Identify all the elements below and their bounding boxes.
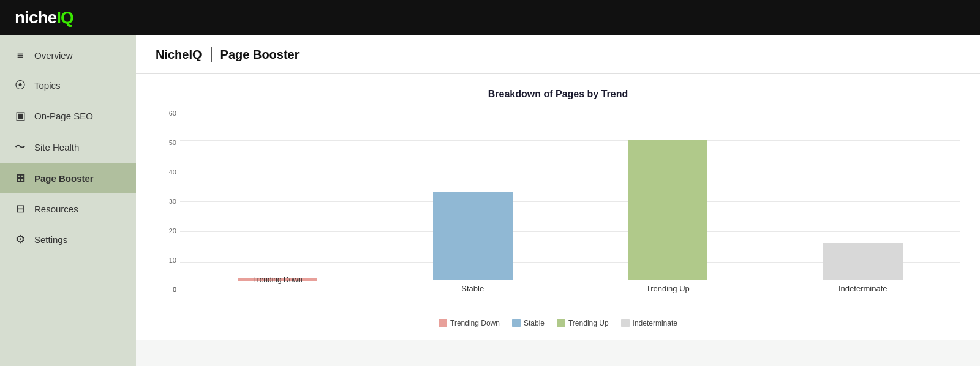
layout: ≡Overview⦿Topics▣On-Page SEO〜Site Health… xyxy=(0,35,980,366)
bar-inside-label-trending-down: Trending Down xyxy=(253,275,303,284)
sidebar-item-resources[interactable]: ⊟Resources xyxy=(0,193,136,224)
y-label: 50 xyxy=(169,139,176,146)
sidebar-item-on-page-seo[interactable]: ▣On-Page SEO xyxy=(0,100,136,131)
bar-indeterminate xyxy=(823,243,903,280)
y-label: 60 xyxy=(169,110,176,117)
page-header-title: Page Booster xyxy=(221,48,300,62)
page-header-brand: NicheIQ xyxy=(156,48,202,62)
sidebar-item-settings[interactable]: ⚙Settings xyxy=(0,224,136,255)
bar-group-trending-down: Trending Down xyxy=(180,110,375,293)
legend-item-stable: Stable xyxy=(512,319,545,327)
legend-color-swatch xyxy=(621,319,630,327)
sidebar-label-page-booster: Page Booster xyxy=(34,173,94,184)
y-label: 20 xyxy=(169,227,176,234)
legend-label: Trending Down xyxy=(450,319,500,327)
logo-text-white: niche xyxy=(15,8,56,28)
sidebar-label-resources: Resources xyxy=(34,204,78,214)
sidebar-label-site-health: Site Health xyxy=(34,142,79,152)
legend-label: Stable xyxy=(524,319,545,327)
bar-trending-down: Trending Down xyxy=(238,278,317,281)
settings-icon: ⚙ xyxy=(13,233,27,246)
bar-stable xyxy=(433,192,513,280)
bar-label-trending-up: Trending Up xyxy=(646,284,690,293)
legend-item-indeterminate: Indeterminate xyxy=(621,319,677,327)
legend-item-trending-up: Trending Up xyxy=(557,319,609,327)
bar-group-stable: Stable xyxy=(375,110,571,293)
y-label: 10 xyxy=(169,256,176,264)
chart-title: Breakdown of Pages by Trend xyxy=(156,89,960,100)
logo-text-green: IQ xyxy=(56,8,74,28)
sidebar-label-on-page-seo: On-Page SEO xyxy=(34,111,93,121)
sidebar: ≡Overview⦿Topics▣On-Page SEO〜Site Health… xyxy=(0,35,136,366)
chart-container: Breakdown of Pages by Trend 010203040506… xyxy=(136,74,980,340)
sidebar-item-overview[interactable]: ≡Overview xyxy=(0,40,136,70)
chart-legend: Trending DownStableTrending UpIndetermin… xyxy=(156,319,960,327)
bars-area: Trending DownStableTrending UpIndetermin… xyxy=(180,110,960,293)
main-content: NicheIQ Page Booster Breakdown of Pages … xyxy=(136,35,980,366)
bar-trending-up xyxy=(628,140,707,280)
header: nicheIQ xyxy=(0,0,980,35)
y-axis: 0102030405060 xyxy=(156,110,180,293)
legend-color-swatch xyxy=(512,319,521,327)
legend-color-swatch xyxy=(439,319,447,327)
bar-group-indeterminate: Indeterminate xyxy=(766,110,961,293)
bar-label-stable: Stable xyxy=(461,284,484,293)
overview-icon: ≡ xyxy=(13,49,27,62)
page-header-divider xyxy=(211,47,212,62)
sidebar-label-settings: Settings xyxy=(34,234,67,245)
sidebar-label-overview: Overview xyxy=(34,50,73,61)
logo: nicheIQ xyxy=(15,8,74,28)
legend-label: Indeterminate xyxy=(633,319,677,327)
page-header: NicheIQ Page Booster xyxy=(136,35,980,74)
bar-label-indeterminate: Indeterminate xyxy=(839,284,888,293)
sidebar-item-page-booster[interactable]: ⊞Page Booster xyxy=(0,163,136,193)
sidebar-item-site-health[interactable]: 〜Site Health xyxy=(0,131,136,163)
sidebar-label-topics: Topics xyxy=(34,80,61,91)
site-health-icon: 〜 xyxy=(13,140,27,154)
y-label: 40 xyxy=(169,168,176,176)
topics-icon: ⦿ xyxy=(13,79,27,92)
zero-label: 0 xyxy=(156,286,180,293)
sidebar-item-topics[interactable]: ⦿Topics xyxy=(0,70,136,100)
legend-color-swatch xyxy=(557,319,565,327)
on-page-seo-icon: ▣ xyxy=(13,109,27,122)
page-booster-icon: ⊞ xyxy=(13,171,27,185)
legend-item-trending-down: Trending Down xyxy=(439,319,500,327)
resources-icon: ⊟ xyxy=(13,202,27,215)
y-label: 30 xyxy=(169,198,176,205)
bar-group-trending-up: Trending Up xyxy=(570,110,766,293)
legend-label: Trending Up xyxy=(568,319,609,327)
